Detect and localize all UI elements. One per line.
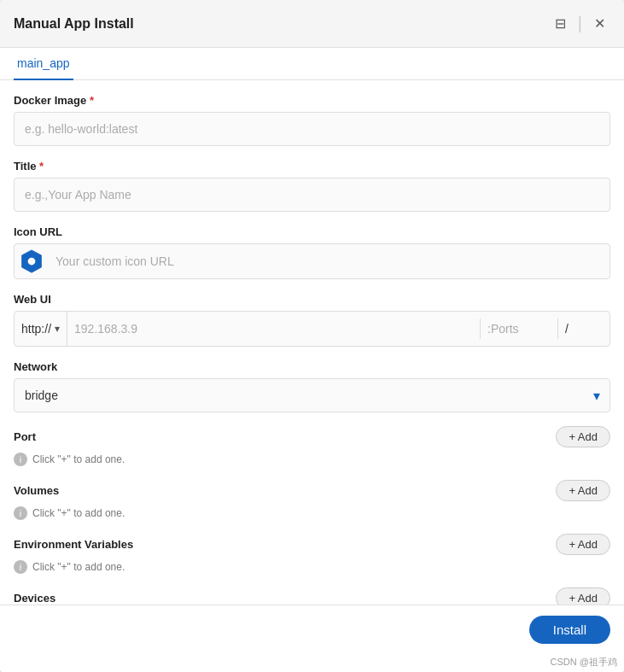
ip-input[interactable] (67, 312, 480, 346)
devices-header: Devices + Add (14, 587, 610, 605)
network-select-wrapper: bridge host none ▾ (14, 378, 610, 412)
docker-image-label: Docker Image * (14, 94, 610, 107)
docker-image-input[interactable] (14, 112, 610, 146)
icon-preview (15, 244, 49, 278)
dialog-title: Manual App Install (14, 16, 134, 32)
volumes-hint-text: Click "+" to add one. (32, 507, 125, 519)
devices-add-button[interactable]: + Add (556, 587, 610, 605)
devices-label: Devices (14, 592, 55, 605)
volumes-add-button[interactable]: + Add (556, 480, 610, 501)
title-group: Title * (14, 160, 610, 212)
env-vars-hint-icon: i (14, 560, 27, 574)
dialog: Manual App Install ⊟ | ✕ main_app Docker… (0, 0, 624, 672)
env-vars-group: Environment Variables + Add i Click "+" … (14, 534, 610, 574)
network-group: Network bridge host none ▾ (14, 360, 610, 412)
volumes-label: Volumes (14, 484, 59, 497)
watermark: CSDN @祖手鸡 (0, 654, 624, 672)
hex-icon (20, 249, 44, 273)
web-ui-group: Web UI http:// ▾ (14, 293, 610, 347)
protocol-value: http:// (21, 322, 51, 336)
port-header: Port + Add (14, 426, 610, 447)
icon-url-label: Icon URL (14, 225, 610, 238)
volumes-header: Volumes + Add (14, 480, 610, 501)
port-group: Port + Add i Click "+" to add one. (14, 426, 610, 466)
network-label: Network (14, 360, 610, 373)
volumes-hint-icon: i (14, 506, 27, 520)
env-vars-header: Environment Variables + Add (14, 534, 610, 555)
web-ui-row: http:// ▾ (14, 311, 610, 347)
port-hint-row: i Click "+" to add one. (14, 453, 610, 466)
close-icon: ✕ (594, 15, 605, 32)
env-vars-label: Environment Variables (14, 538, 133, 551)
title-input[interactable] (14, 178, 610, 212)
protocol-chevron-icon: ▾ (55, 323, 60, 335)
title-bar-left: Manual App Install (14, 16, 134, 32)
port-input[interactable] (481, 312, 557, 346)
env-vars-hint-text: Click "+" to add one. (32, 561, 125, 573)
form-content: Docker Image * Title * Icon URL (0, 80, 624, 605)
minimize-icon: ⊟ (555, 15, 566, 32)
separator: | (578, 14, 582, 33)
network-select[interactable]: bridge host none (14, 378, 610, 412)
port-add-button[interactable]: + Add (556, 426, 610, 447)
volumes-hint-row: i Click "+" to add one. (14, 506, 610, 520)
close-button[interactable]: ✕ (589, 12, 610, 35)
icon-url-input[interactable] (49, 244, 609, 278)
minimize-button[interactable]: ⊟ (550, 12, 571, 35)
install-button[interactable]: Install (529, 616, 610, 644)
icon-url-group: Icon URL (14, 225, 610, 279)
port-hint-text: Click "+" to add one. (32, 453, 125, 465)
path-input[interactable] (558, 312, 609, 346)
port-label: Port (14, 430, 36, 443)
icon-url-wrapper (14, 243, 610, 279)
title-label: Title * (14, 160, 610, 172)
tab-main-app[interactable]: main_app (14, 48, 73, 80)
title-bar: Manual App Install ⊟ | ✕ (0, 0, 624, 48)
protocol-select[interactable]: http:// ▾ (15, 312, 67, 346)
title-bar-actions: ⊟ | ✕ (550, 12, 610, 35)
docker-image-group: Docker Image * (14, 94, 610, 146)
env-vars-add-button[interactable]: + Add (556, 534, 610, 555)
env-vars-hint-row: i Click "+" to add one. (14, 560, 610, 574)
devices-group: Devices + Add i Click "+" to add one. (14, 587, 610, 605)
footer: Install (0, 605, 624, 654)
tabs-bar: main_app (0, 48, 624, 80)
svg-point-1 (28, 258, 36, 266)
web-ui-label: Web UI (14, 293, 610, 306)
volumes-group: Volumes + Add i Click "+" to add one. (14, 480, 610, 520)
port-hint-icon: i (14, 453, 27, 466)
